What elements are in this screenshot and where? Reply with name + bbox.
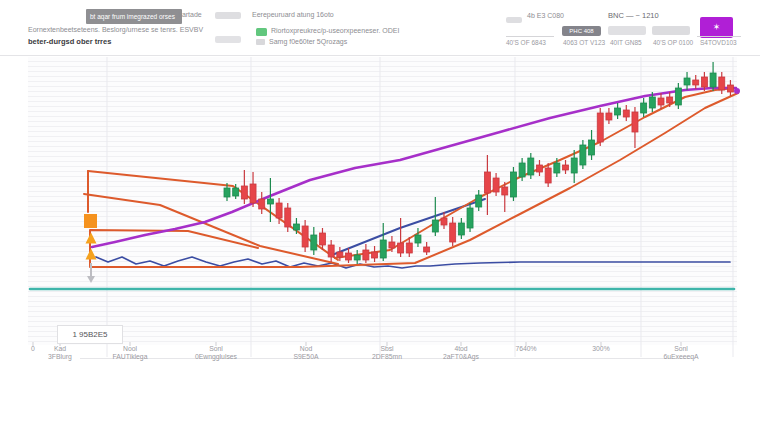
candlestick <box>406 243 412 253</box>
x-axis-tick-text: S9E50A <box>294 353 319 360</box>
x-axis-tick-text: Sonl <box>674 345 688 352</box>
x-axis-label: Sonl6uExeeeqA <box>663 345 698 361</box>
toolbar-pill[interactable] <box>652 26 690 35</box>
x-axis-tick-text: 4tod <box>454 345 467 352</box>
divider <box>697 36 741 37</box>
x-axis-tick-text: Kad <box>54 345 66 352</box>
candlestick <box>224 188 230 197</box>
x-axis-label: 4tod2aFT0&Ags <box>443 345 479 361</box>
candlestick <box>380 240 386 258</box>
candlestick <box>372 252 378 258</box>
candlestick <box>267 199 273 204</box>
x-axis-label: Sonl0Ewngglulses <box>195 345 237 361</box>
candlestick <box>641 103 647 113</box>
candlestick <box>346 253 352 260</box>
x-axis-tick-text: Sbsl <box>380 345 393 352</box>
line-end-dot <box>734 88 740 94</box>
x-axis-label: NoolFAUTiklega <box>113 345 148 361</box>
x-axis-label: 300% <box>592 345 609 353</box>
candlestick <box>363 250 369 260</box>
candlestick <box>580 145 586 165</box>
candlestick <box>667 97 673 103</box>
x-axis-tick-text: Nool <box>123 345 137 352</box>
orange-upper-channel <box>335 88 736 258</box>
stat-value: S4TOVD103 <box>700 39 737 46</box>
x-axis-tick-text: 7640% <box>515 345 536 352</box>
primary-toolbar-button[interactable]: bt aqar frum imegrazed orses <box>86 9 182 24</box>
x-axis-label: NodS9E50A <box>294 345 319 361</box>
candlestick <box>467 208 473 228</box>
candlestick <box>675 88 681 105</box>
candlestick <box>528 158 534 175</box>
chart-title: beter-durgsd ober trres <box>28 37 111 46</box>
candlestick <box>337 252 343 257</box>
x-axis-tick-text: 0 <box>31 345 35 352</box>
candlestick <box>563 165 569 170</box>
toolbar-pill[interactable] <box>215 12 241 19</box>
legend-line-1: Eornextenbeetseteens. Beslorg/urnese se … <box>28 26 203 33</box>
candlestick <box>554 163 560 173</box>
candlestick <box>693 80 699 85</box>
candlestick <box>719 77 725 90</box>
x-axis-tick-text: 300% <box>592 345 609 352</box>
x-axis: 0Kad3FBlurgNoolFAUTiklegaSonl0Ewngglulse… <box>0 345 760 367</box>
candlestick <box>658 98 664 105</box>
price-chip[interactable]: PHC 408 <box>562 26 601 36</box>
candlestick <box>328 245 334 257</box>
x-axis-tick-text: Nod <box>300 345 312 352</box>
toolbar-right-small: 4b E3 C080 <box>527 12 564 19</box>
candlestick <box>727 85 733 92</box>
x-axis-tick-text: 2DF85mn <box>372 353 402 360</box>
gray-indicator-badge <box>256 39 265 45</box>
x-axis-tick-text: 3FBlurg <box>48 353 72 360</box>
buy-marker-square-icon <box>84 214 97 228</box>
toolbar-pill[interactable] <box>608 26 646 35</box>
x-axis-label: 7640% <box>515 345 536 353</box>
candlestick <box>259 199 265 209</box>
candlestick <box>285 208 291 227</box>
stat-value: 40'S OF 6843 <box>506 39 546 46</box>
symbol-label: BNC — ~ 1210 <box>608 11 659 20</box>
candlestick <box>389 242 395 248</box>
candlestick <box>649 97 655 108</box>
legend-line-2: Riortoxpreukrec/p-useorxpeeneser. ODEI <box>271 27 399 34</box>
candlestick <box>441 218 447 225</box>
stat-value: 40'S OP 0100 <box>653 39 693 46</box>
candlestick <box>241 186 247 199</box>
candlestick <box>632 112 638 132</box>
candlestick <box>589 140 595 155</box>
orange-trendline-2 <box>84 194 338 264</box>
up-arrow-icon <box>86 233 97 244</box>
candlestick <box>250 184 256 203</box>
candlestick <box>311 235 317 250</box>
divider <box>506 36 554 37</box>
x-axis-label: Sbsl2DF85mn <box>372 345 402 361</box>
candlestick <box>293 224 299 230</box>
candlestick <box>519 163 525 177</box>
sparkle-icon: ✶ <box>713 22 721 32</box>
stat-value: 4063 OT V123 <box>563 39 605 46</box>
green-indicator-badge <box>256 28 267 36</box>
stat-value: 40IT GN85 <box>610 39 642 46</box>
x-axis-tick-text: 2aFT0&Ags <box>443 353 479 360</box>
candlestick <box>484 172 490 193</box>
x-axis-tick-text: Sonl <box>209 345 223 352</box>
candlestick <box>302 226 308 247</box>
candlestick <box>623 110 629 117</box>
candlestick <box>545 168 551 183</box>
candlestick <box>458 223 464 235</box>
candlestick <box>615 108 621 115</box>
buy-button[interactable]: ✶ <box>700 17 733 38</box>
candlestick <box>432 220 438 232</box>
toolbar-pill[interactable] <box>506 17 522 23</box>
candlestick <box>424 247 430 252</box>
candlestick <box>450 223 456 242</box>
toolbar-pill[interactable] <box>215 36 241 43</box>
x-axis-tick-text: FAUTiklega <box>113 353 148 360</box>
x-axis-tick-text: 6uExeeeqA <box>663 353 698 360</box>
candlestick <box>701 77 707 87</box>
candlestick <box>476 195 482 207</box>
x-axis-label: 0 <box>31 345 35 353</box>
up-arrow-icon <box>86 249 97 260</box>
candlestick <box>684 78 690 85</box>
